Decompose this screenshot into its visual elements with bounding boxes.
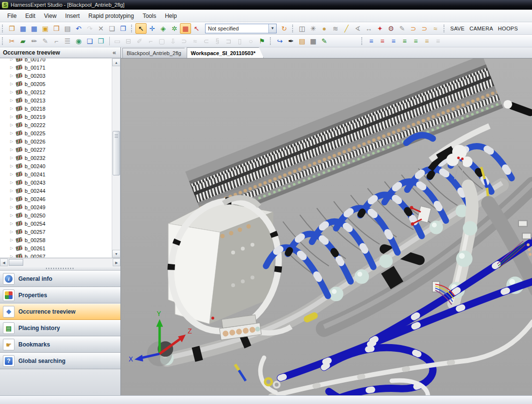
tree-item-b-00243[interactable]: ▷b_00243 [2,178,112,187]
translate-manipulator-button[interactable]: ✛ [147,23,158,34]
scroll-left-icon[interactable]: ◀ [0,259,8,266]
expand-arrow-icon[interactable]: ▷ [8,205,15,209]
wires-edit-button[interactable]: ≡ [421,36,432,46]
cut-bundle-button[interactable]: ✂ [6,36,17,46]
mirror-tool-button[interactable]: ◫ [296,23,308,34]
camera-button[interactable]: CAMERA [467,24,496,33]
new-from-template-button[interactable]: ❐ [6,23,17,34]
wires-import-button[interactable]: ≡ [388,36,399,46]
expand-arrow-icon[interactable]: ▷ [8,238,15,242]
pin-probe-button[interactable]: ◉ [73,36,84,46]
tree-item-b-00232[interactable]: ▷b_00232 [2,154,112,162]
tree-item-b-00222[interactable]: ▷b_00222 [2,121,112,129]
expand-arrow-icon[interactable]: ▷ [8,180,15,185]
wires-export-button[interactable]: ≡ [366,36,377,46]
connector-edit-button[interactable]: ▦ [308,36,319,46]
tree-item-b-00246[interactable]: ▷b_00246 [2,195,112,203]
comb-bundle-button[interactable]: ☰ [62,36,73,46]
expand-arrow-icon[interactable]: ▷ [8,98,15,102]
rotate-manipulator-button[interactable]: ◈ [158,23,169,34]
tree-item-b-00244[interactable]: ▷b_00244 [2,187,112,195]
tree-item-b-00170[interactable]: ▷b_00170 [2,58,112,63]
pick-cursor-button[interactable]: ↖ [191,23,202,34]
hoops-button[interactable]: HOOPS [496,24,520,33]
robot-tool-button[interactable]: ⚙ [385,23,397,34]
toolbar-grip[interactable] [2,25,4,32]
collapse-panel-button[interactable]: « [111,49,118,56]
tree-item-b-00241[interactable]: ▷b_00241 [2,170,112,178]
panel-button-global-searching[interactable]: ?Global searching [0,353,120,369]
tree-item-b-00203[interactable]: ▷b_00203 [2,72,112,80]
box-paste-button[interactable]: ❒ [95,36,106,46]
panel-button-occurrence-treeview[interactable]: ❖Occurrence treeview [0,303,120,320]
tree-item-b-00254[interactable]: ▷b_00254 [2,219,112,228]
save-button[interactable]: ▦ [17,23,29,34]
panel-button-general-info[interactable]: iGeneral info [0,271,120,287]
tree-item-b-00171[interactable]: ▷b_00171 [2,63,112,72]
expand-arrow-icon[interactable]: ▷ [8,213,15,217]
zone-select-button[interactable]: ▦ [180,23,191,34]
tree-item-b-00261[interactable]: ▷b_00261 [2,244,112,252]
expand-arrow-icon[interactable]: ▷ [8,156,15,160]
scroll-right-icon[interactable]: ▶ [113,259,120,266]
route-hook-button[interactable]: ↪ [274,36,285,46]
expand-arrow-icon[interactable]: ▷ [8,73,15,78]
menu-item-tools[interactable]: Tools [138,11,161,21]
tree-item-b-00258[interactable]: ▷b_00258 [2,236,112,244]
wires-delete-button[interactable]: ≡ [377,36,388,46]
save-button[interactable]: SAVE [448,24,467,33]
layer-stack-button[interactable]: ▤ [296,36,308,46]
expand-arrow-icon[interactable]: ▷ [8,197,15,201]
vertical-scrollbar[interactable]: ▲ ▼ [112,58,120,258]
expand-arrow-icon[interactable]: ▷ [8,164,15,168]
tree-item-b-00267[interactable]: ▷b_00267 [2,252,112,258]
toolbar-grip[interactable] [131,25,133,32]
tree-item-b-00212[interactable]: ▷b_00212 [2,88,112,96]
tree-item-b-00218[interactable]: ▷b_00218 [2,104,112,113]
annotate-pencil-button[interactable]: ✎ [397,23,408,34]
pencil-green-button[interactable]: ✎ [319,36,330,46]
expand-arrow-icon[interactable]: ▷ [8,254,15,258]
distance-measure-button[interactable]: ↔ [363,23,374,34]
tree-item-b-00227[interactable]: ▷b_00227 [2,145,112,154]
pencil-dark-button[interactable]: ✏ [29,36,40,46]
menu-item-help[interactable]: Help [161,11,181,21]
expand-arrow-icon[interactable]: ▷ [8,106,15,111]
green-connector-button[interactable]: ▰ [17,36,29,46]
undo-button[interactable]: ↶ [73,23,84,34]
expand-arrow-icon[interactable]: ▷ [8,246,15,250]
bandage-tool-button[interactable]: ≈ [430,23,441,34]
panel-button-properties[interactable]: Properties [0,287,120,303]
toolbar-grip[interactable] [292,25,294,32]
expand-arrow-icon[interactable]: ▷ [8,58,15,61]
expand-arrow-icon[interactable]: ▷ [8,115,15,119]
menu-item-insert[interactable]: Insert [61,11,84,21]
section-tool-button[interactable]: ≋ [330,23,341,34]
tree-item-b-00213[interactable]: ▷b_00213 [2,96,112,104]
angle-measure-button[interactable]: ∢ [352,23,363,34]
marker-pen-button[interactable]: ✒ [285,36,296,46]
scale-manipulator-button[interactable]: ✲ [169,23,180,34]
scrollbar-thumb[interactable] [9,259,23,266]
tree-item-b-00250[interactable]: ▷b_00250 [2,211,112,219]
expand-arrow-icon[interactable]: ▷ [8,221,15,226]
chevron-down-icon[interactable]: ▼ [268,24,276,33]
tree-item-b-00225[interactable]: ▷b_00225 [2,129,112,137]
tree-item-b-00257[interactable]: ▷b_00257 [2,228,112,236]
expand-arrow-icon[interactable]: ▷ [8,90,15,94]
axis-snap-button[interactable]: ✳ [308,23,319,34]
box-copy-button[interactable]: ❑ [84,36,95,46]
toolbar-grip[interactable] [270,37,272,45]
toolbar-grip[interactable] [2,37,4,45]
panel-splitter[interactable] [0,266,120,271]
elbow-segment-button[interactable]: ⌐ [51,36,62,46]
select-cursor-button[interactable]: ↖ [135,23,147,34]
mannequin-tool-button[interactable]: ✦ [374,23,385,34]
expand-arrow-icon[interactable]: ▷ [8,131,15,135]
scroll-down-icon[interactable]: ▼ [112,250,120,258]
refresh-view-button[interactable]: ↻ [279,23,290,34]
paste-occurrence-button[interactable]: ❐ [118,23,129,34]
3d-viewport[interactable]: Y X Z [121,58,532,395]
menu-item-file[interactable]: File [3,11,21,21]
open-file-button[interactable]: ▣ [40,23,51,34]
